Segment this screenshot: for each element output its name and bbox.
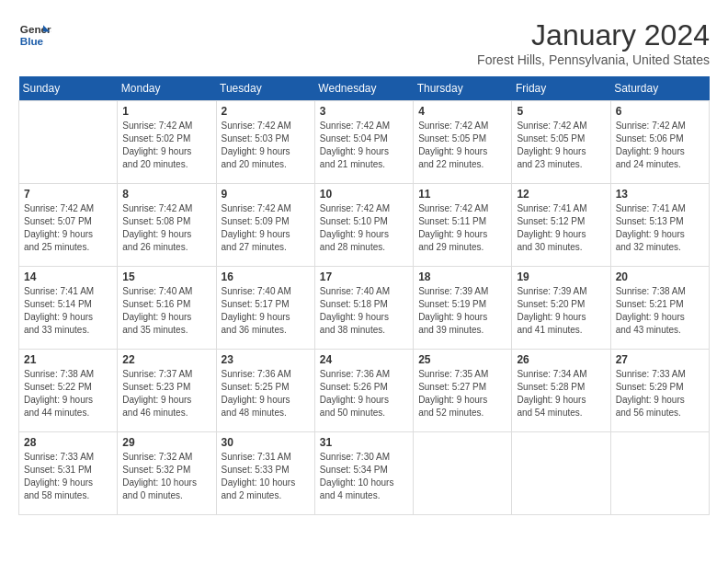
day-info: Sunrise: 7:40 AM Sunset: 5:18 PM Dayligh… [320, 285, 408, 337]
day-number: 24 [320, 353, 408, 366]
calendar-week-row: 21Sunrise: 7:38 AM Sunset: 5:22 PM Dayli… [19, 350, 710, 432]
calendar-cell: 10Sunrise: 7:42 AM Sunset: 5:10 PM Dayli… [314, 184, 413, 267]
calendar-cell: 3Sunrise: 7:42 AM Sunset: 5:04 PM Daylig… [314, 101, 413, 184]
day-number: 18 [418, 270, 506, 283]
calendar-week-row: 14Sunrise: 7:41 AM Sunset: 5:14 PM Dayli… [19, 267, 710, 350]
calendar-cell: 26Sunrise: 7:34 AM Sunset: 5:28 PM Dayli… [512, 350, 610, 432]
day-number: 16 [222, 270, 310, 283]
day-number: 10 [320, 188, 408, 201]
day-info: Sunrise: 7:39 AM Sunset: 5:20 PM Dayligh… [517, 285, 605, 337]
day-info: Sunrise: 7:30 AM Sunset: 5:34 PM Dayligh… [320, 451, 408, 502]
day-number: 14 [24, 270, 112, 283]
day-info: Sunrise: 7:32 AM Sunset: 5:32 PM Dayligh… [122, 451, 210, 502]
day-info: Sunrise: 7:37 AM Sunset: 5:23 PM Dayligh… [122, 368, 210, 419]
svg-text:Blue: Blue [20, 35, 44, 47]
day-number: 1 [122, 105, 210, 118]
logo-icon: General Blue [18, 18, 51, 52]
day-info: Sunrise: 7:41 AM Sunset: 5:12 PM Dayligh… [517, 202, 605, 254]
calendar-table: SundayMondayTuesdayWednesdayThursdayFrid… [18, 76, 710, 515]
calendar-header-row: SundayMondayTuesdayWednesdayThursdayFrid… [19, 76, 710, 101]
day-number: 9 [222, 188, 310, 201]
day-number: 4 [418, 105, 506, 118]
day-info: Sunrise: 7:41 AM Sunset: 5:13 PM Dayligh… [616, 202, 704, 254]
calendar-week-row: 28Sunrise: 7:33 AM Sunset: 5:31 PM Dayli… [19, 432, 710, 515]
header-monday: Monday [118, 76, 216, 101]
calendar-cell [610, 432, 709, 515]
day-info: Sunrise: 7:34 AM Sunset: 5:28 PM Dayligh… [517, 368, 605, 419]
day-number: 21 [24, 353, 112, 366]
calendar-cell: 5Sunrise: 7:42 AM Sunset: 5:05 PM Daylig… [512, 101, 610, 184]
day-info: Sunrise: 7:36 AM Sunset: 5:25 PM Dayligh… [222, 368, 310, 419]
day-number: 19 [517, 270, 605, 283]
day-number: 2 [222, 105, 310, 118]
day-number: 26 [517, 353, 605, 366]
day-number: 6 [616, 105, 704, 118]
calendar-cell: 9Sunrise: 7:42 AM Sunset: 5:09 PM Daylig… [216, 184, 314, 267]
day-info: Sunrise: 7:42 AM Sunset: 5:07 PM Dayligh… [24, 202, 112, 254]
day-info: Sunrise: 7:36 AM Sunset: 5:26 PM Dayligh… [320, 368, 408, 419]
day-number: 3 [320, 105, 408, 118]
calendar-week-row: 7Sunrise: 7:42 AM Sunset: 5:07 PM Daylig… [19, 184, 710, 267]
day-info: Sunrise: 7:39 AM Sunset: 5:19 PM Dayligh… [418, 285, 506, 337]
location: Forest Hills, Pennsylvania, United State… [477, 52, 710, 67]
day-info: Sunrise: 7:41 AM Sunset: 5:14 PM Dayligh… [24, 285, 112, 337]
day-number: 27 [616, 353, 704, 366]
day-number: 13 [616, 188, 704, 201]
header-friday: Friday [512, 76, 610, 101]
calendar-cell: 17Sunrise: 7:40 AM Sunset: 5:18 PM Dayli… [314, 267, 413, 350]
day-info: Sunrise: 7:42 AM Sunset: 5:03 PM Dayligh… [222, 120, 310, 171]
calendar-cell [19, 101, 118, 184]
day-info: Sunrise: 7:33 AM Sunset: 5:31 PM Dayligh… [24, 451, 112, 502]
day-number: 12 [517, 188, 605, 201]
calendar-cell: 1Sunrise: 7:42 AM Sunset: 5:02 PM Daylig… [118, 101, 216, 184]
calendar-week-row: 1Sunrise: 7:42 AM Sunset: 5:02 PM Daylig… [19, 101, 710, 184]
calendar-cell: 6Sunrise: 7:42 AM Sunset: 5:06 PM Daylig… [610, 101, 709, 184]
header-sunday: Sunday [19, 76, 118, 101]
day-number: 15 [122, 270, 210, 283]
calendar-cell: 14Sunrise: 7:41 AM Sunset: 5:14 PM Dayli… [19, 267, 118, 350]
header-wednesday: Wednesday [314, 76, 413, 101]
day-info: Sunrise: 7:42 AM Sunset: 5:02 PM Dayligh… [122, 120, 210, 171]
calendar-cell: 2Sunrise: 7:42 AM Sunset: 5:03 PM Daylig… [216, 101, 314, 184]
day-number: 29 [122, 436, 210, 449]
calendar-cell: 8Sunrise: 7:42 AM Sunset: 5:08 PM Daylig… [118, 184, 216, 267]
day-number: 20 [616, 270, 704, 283]
day-number: 31 [320, 436, 408, 449]
day-info: Sunrise: 7:35 AM Sunset: 5:27 PM Dayligh… [418, 368, 506, 419]
calendar-cell: 30Sunrise: 7:31 AM Sunset: 5:33 PM Dayli… [216, 432, 314, 515]
day-info: Sunrise: 7:38 AM Sunset: 5:22 PM Dayligh… [24, 368, 112, 419]
day-info: Sunrise: 7:42 AM Sunset: 5:05 PM Dayligh… [517, 120, 605, 171]
day-info: Sunrise: 7:38 AM Sunset: 5:21 PM Dayligh… [616, 285, 704, 337]
day-info: Sunrise: 7:42 AM Sunset: 5:04 PM Dayligh… [320, 120, 408, 171]
day-info: Sunrise: 7:42 AM Sunset: 5:09 PM Dayligh… [222, 202, 310, 254]
calendar-cell: 20Sunrise: 7:38 AM Sunset: 5:21 PM Dayli… [610, 267, 709, 350]
calendar-cell: 12Sunrise: 7:41 AM Sunset: 5:12 PM Dayli… [512, 184, 610, 267]
day-number: 8 [122, 188, 210, 201]
day-number: 23 [222, 353, 310, 366]
day-number: 17 [320, 270, 408, 283]
day-info: Sunrise: 7:42 AM Sunset: 5:11 PM Dayligh… [418, 202, 506, 254]
calendar-cell: 31Sunrise: 7:30 AM Sunset: 5:34 PM Dayli… [314, 432, 413, 515]
calendar-cell: 23Sunrise: 7:36 AM Sunset: 5:25 PM Dayli… [216, 350, 314, 432]
day-number: 5 [517, 105, 605, 118]
calendar-cell: 11Sunrise: 7:42 AM Sunset: 5:11 PM Dayli… [414, 184, 512, 267]
calendar-cell [414, 432, 512, 515]
calendar-cell: 19Sunrise: 7:39 AM Sunset: 5:20 PM Dayli… [512, 267, 610, 350]
calendar-cell: 18Sunrise: 7:39 AM Sunset: 5:19 PM Dayli… [414, 267, 512, 350]
header-tuesday: Tuesday [216, 76, 314, 101]
calendar-cell: 7Sunrise: 7:42 AM Sunset: 5:07 PM Daylig… [19, 184, 118, 267]
day-number: 25 [418, 353, 506, 366]
header-thursday: Thursday [414, 76, 512, 101]
calendar-cell: 15Sunrise: 7:40 AM Sunset: 5:16 PM Dayli… [118, 267, 216, 350]
calendar-cell [512, 432, 610, 515]
logo: General Blue [18, 18, 51, 52]
day-number: 11 [418, 188, 506, 201]
day-number: 22 [122, 353, 210, 366]
calendar-cell: 22Sunrise: 7:37 AM Sunset: 5:23 PM Dayli… [118, 350, 216, 432]
day-number: 7 [24, 188, 112, 201]
day-info: Sunrise: 7:42 AM Sunset: 5:10 PM Dayligh… [320, 202, 408, 254]
calendar-cell: 27Sunrise: 7:33 AM Sunset: 5:29 PM Dayli… [610, 350, 709, 432]
month-title: January 2024 [477, 18, 710, 52]
day-info: Sunrise: 7:33 AM Sunset: 5:29 PM Dayligh… [616, 368, 704, 419]
day-number: 30 [222, 436, 310, 449]
